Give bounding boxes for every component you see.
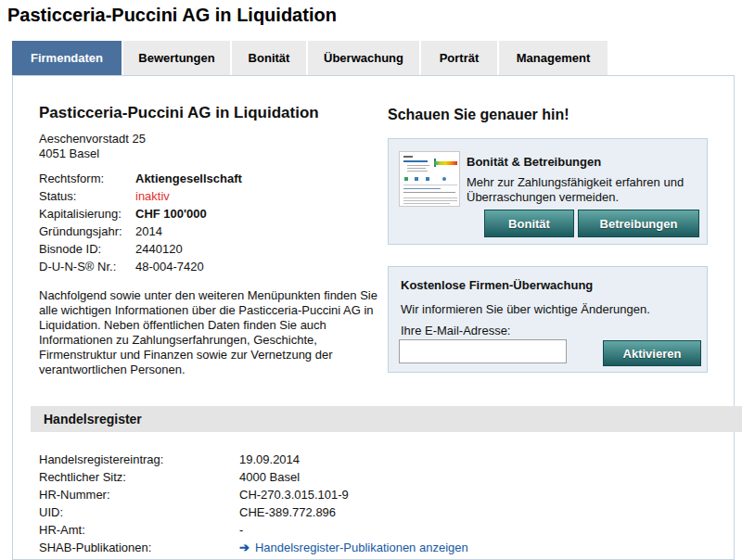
bonitaet-box-text: Mehr zur Zahlungsfähigkeit erfahren und … — [467, 175, 702, 205]
tab-management[interactable]: Management — [499, 41, 608, 75]
detail-row-duns: D-U-N-S® Nr.: 48-004-7420 — [39, 258, 242, 275]
company-description: Nachfolgend sowie unter den weiteren Men… — [39, 288, 386, 377]
tab-bar: Firmendaten Bewertungen Bonität Überwach… — [12, 41, 608, 75]
detail-row-rechtsform: Rechtsform: Aktiengesellschaft — [39, 170, 242, 187]
company-details: Rechtsform: Aktiengesellschaft Status: i… — [39, 170, 242, 275]
monitoring-box-text: Wir informieren Sie über wichtige Änderu… — [401, 302, 650, 317]
detail-row-gruendungsjahr: Gründungsjahr: 2014 — [39, 223, 242, 240]
address-city: 4051 Basel — [39, 146, 146, 161]
hr-row-shab: SHAB-Publikationen: ➔Handelsregister-Pub… — [39, 539, 468, 556]
hr-row-uid: UID: CHE-389.772.896 — [39, 503, 468, 521]
email-input[interactable] — [399, 339, 567, 363]
hr-row-nummer: HR-Nummer: CH-270.3.015.101-9 — [39, 486, 468, 503]
hr-row-amt: HR-Amt: - — [39, 521, 468, 539]
firmen-ueberwachung-box: Kostenlose Firmen-Überwachung Wir inform… — [388, 266, 708, 373]
betreibungen-button[interactable]: Betreibungen — [578, 210, 699, 237]
company-address: Aeschenvorstadt 25 4051 Basel — [39, 132, 146, 161]
arrow-right-icon: ➔ — [239, 541, 249, 554]
detail-row-status: Status: inaktiv — [39, 187, 242, 205]
bonitaet-box-title: Bonität & Betreibungen — [467, 155, 601, 169]
hr-row-sitz: Rechtlicher Sitz: 4000 Basel — [39, 468, 468, 486]
status-badge: inaktiv — [135, 187, 170, 205]
shab-publications-link[interactable]: Handelsregister-Publikationen anzeigen — [255, 541, 468, 554]
handelsregister-rows: Handelsregistereintrag: 19.09.2014 Recht… — [39, 451, 468, 556]
tab-bonitaet[interactable]: Bonität — [232, 41, 306, 75]
detail-row-bisnode-id: Bisnode ID: 2440120 — [39, 240, 242, 258]
tab-portraet[interactable]: Porträt — [421, 41, 497, 75]
detail-row-kapitalisierung: Kapitalisierung: CHF 100'000 — [39, 205, 242, 223]
bonitaet-betreibungen-box: Bonität & Betreibungen Mehr zur Zahlungs… — [388, 138, 708, 245]
email-label: Ihre E-Mail-Adresse: — [401, 324, 510, 337]
page: { "page": { "title": "Pasticceria-Puccin… — [0, 0, 742, 560]
tab-bewertungen[interactable]: Bewertungen — [123, 41, 230, 75]
content-panel: Pasticceria-Puccini AG in Liquidation Ae… — [12, 75, 735, 560]
hr-row-eintrag: Handelsregistereintrag: 19.09.2014 — [39, 451, 468, 468]
rating-gradient-bar — [434, 161, 457, 165]
handelsregister-title: Handelsregister — [44, 406, 742, 432]
credit-report-thumbnail[interactable] — [399, 151, 460, 207]
monitoring-box-title: Kostenlose Firmen-Überwachung — [401, 278, 593, 292]
page-title: Pasticceria-Puccini AG in Liquidation — [7, 5, 337, 26]
address-street: Aeschenvorstadt 25 — [39, 132, 146, 146]
aktivieren-button[interactable]: Aktivieren — [603, 340, 701, 366]
promo-heading: Schauen Sie genauer hin! — [388, 107, 569, 123]
tab-ueberwachung[interactable]: Überwachung — [308, 41, 419, 75]
bonitaet-button[interactable]: Bonität — [484, 210, 574, 237]
tab-firmendaten[interactable]: Firmendaten — [12, 41, 122, 75]
company-name: Pasticceria-Puccini AG in Liquidation — [39, 104, 319, 122]
handelsregister-section-bar: Handelsregister — [31, 406, 742, 432]
